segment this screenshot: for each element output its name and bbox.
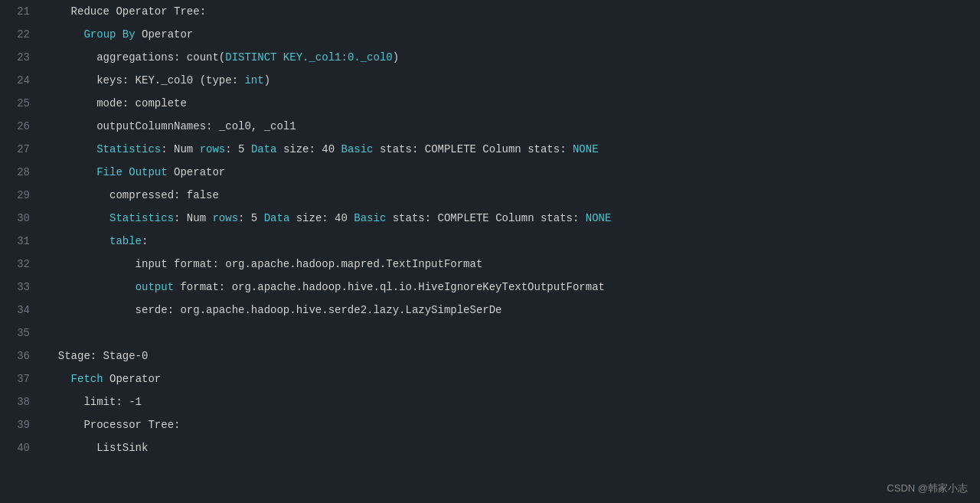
line-content: ListSink xyxy=(42,436,980,459)
line-content: mode: complete xyxy=(42,92,980,115)
code-token xyxy=(45,235,109,247)
code-line: 25 mode: complete xyxy=(0,92,980,115)
line-content: serde: org.apache.hadoop.hive.serde2.laz… xyxy=(42,299,980,322)
line-content: Processor Tree: xyxy=(42,413,980,436)
line-content: aggregations: count(DISTINCT KEY._col1:0… xyxy=(42,46,980,69)
line-number: 36 xyxy=(0,345,42,367)
line-content: Fetch Operator xyxy=(42,367,980,390)
code-token: int xyxy=(244,74,263,87)
code-line: 36 Stage: Stage-0 xyxy=(0,345,980,367)
code-token: NONE xyxy=(573,143,599,155)
code-token: Operator xyxy=(168,166,226,178)
code-line: 39 Processor Tree: xyxy=(0,413,980,436)
line-number: 22 xyxy=(0,23,42,46)
code-token: Data xyxy=(251,143,277,155)
code-line: 27 Statistics: Num rows: 5 Data size: 40… xyxy=(0,138,980,161)
code-token: Data xyxy=(264,212,290,224)
code-token: : 5 xyxy=(225,143,251,155)
code-token: Basic xyxy=(341,143,374,155)
code-token xyxy=(45,143,96,155)
code-line: 22 Group By Operator xyxy=(0,23,980,46)
code-token: input format: org.apache.hadoop.mapred.T… xyxy=(45,258,482,270)
code-line: 35 xyxy=(0,322,980,345)
line-content: limit: -1 xyxy=(42,390,980,413)
code-token: serde: org.apache.hadoop.hive.serde2.laz… xyxy=(45,304,502,316)
code-token: File Output xyxy=(96,166,167,178)
code-token: stats: COMPLETE Column stats: xyxy=(374,143,573,155)
code-line: 23 aggregations: count(DISTINCT KEY._col… xyxy=(0,46,980,69)
code-token: size: 40 xyxy=(289,212,354,224)
line-number: 21 xyxy=(0,0,42,23)
code-token xyxy=(45,373,71,385)
code-token: Fetch xyxy=(71,373,103,385)
code-token: Operator xyxy=(136,28,194,41)
line-content: output format: org.apache.hadoop.hive.ql… xyxy=(42,276,980,299)
code-token: ) xyxy=(393,51,399,64)
code-token xyxy=(45,281,136,293)
line-number: 25 xyxy=(0,92,42,115)
code-line: 26 outputColumnNames: _col0, _col1 xyxy=(0,115,980,138)
code-token: Reduce Operator Tree: xyxy=(45,5,206,18)
code-token: ) xyxy=(264,74,270,87)
line-number: 37 xyxy=(0,367,42,390)
line-number: 29 xyxy=(0,184,42,207)
line-number: 23 xyxy=(0,46,42,69)
line-number: 26 xyxy=(0,115,42,138)
code-line: 32 input format: org.apache.hadoop.mapre… xyxy=(0,253,980,276)
code-token: format: org.apache.hadoop.hive.ql.io.Hiv… xyxy=(174,281,605,293)
code-token: : xyxy=(142,235,148,247)
code-token: rows xyxy=(200,143,226,155)
line-content: compressed: false xyxy=(42,184,980,207)
code-line: 28 File Output Operator xyxy=(0,161,980,184)
code-line: 30 Statistics: Num rows: 5 Data size: 40… xyxy=(0,207,980,230)
code-line: 38 limit: -1 xyxy=(0,390,980,413)
code-token: ListSink xyxy=(45,442,148,454)
line-number: 35 xyxy=(0,322,42,345)
code-line: 34 serde: org.apache.hadoop.hive.serde2.… xyxy=(0,299,980,322)
code-token: limit: -1 xyxy=(45,396,142,408)
code-token: Statistics xyxy=(109,212,174,224)
line-content: File Output Operator xyxy=(42,161,980,184)
code-token: table xyxy=(109,235,142,247)
line-number: 38 xyxy=(0,390,42,413)
line-number: 40 xyxy=(0,436,42,459)
line-number: 34 xyxy=(0,299,42,322)
line-content: Reduce Operator Tree: xyxy=(42,0,980,23)
code-token xyxy=(45,166,96,178)
code-token: NONE xyxy=(586,212,612,224)
watermark: CSDN @韩家小志 xyxy=(887,482,968,495)
code-line: 33 output format: org.apache.hadoop.hive… xyxy=(0,276,980,299)
line-content: Statistics: Num rows: 5 Data size: 40 Ba… xyxy=(42,138,980,161)
code-token xyxy=(45,28,83,41)
code-token: mode: complete xyxy=(45,97,187,109)
line-content: Group By Operator xyxy=(42,23,980,46)
code-token: Operator xyxy=(103,373,162,385)
code-token: : 5 xyxy=(238,212,264,224)
code-token: output xyxy=(136,281,174,293)
code-token: outputColumnNames: _col0, _col1 xyxy=(45,120,296,132)
code-token: : Num xyxy=(174,212,212,224)
code-token: DISTINCT KEY._col1:0._col0 xyxy=(225,51,392,64)
code-line: 21 Reduce Operator Tree: xyxy=(0,0,980,23)
code-token: size: 40 xyxy=(276,143,341,155)
code-token: stats: COMPLETE Column stats: xyxy=(386,212,585,224)
code-token: Basic xyxy=(354,212,386,224)
line-content: table: xyxy=(42,230,980,253)
line-content: input format: org.apache.hadoop.mapred.T… xyxy=(42,253,980,276)
line-number: 32 xyxy=(0,253,42,276)
line-number: 33 xyxy=(0,276,42,299)
code-line: 31 table: xyxy=(0,230,980,253)
code-viewer: 21 Reduce Operator Tree:22 Group By Oper… xyxy=(0,0,980,503)
code-token: : Num xyxy=(161,143,199,155)
line-content: outputColumnNames: _col0, _col1 xyxy=(42,115,980,138)
code-line: 40 ListSink xyxy=(0,436,980,459)
code-line: 37 Fetch Operator xyxy=(0,367,980,390)
line-content: keys: KEY._col0 (type: int) xyxy=(42,69,980,92)
code-token: rows xyxy=(212,212,238,224)
line-number: 31 xyxy=(0,230,42,253)
code-line: 24 keys: KEY._col0 (type: int) xyxy=(0,69,980,92)
code-token: Statistics xyxy=(96,143,161,155)
line-content: Statistics: Num rows: 5 Data size: 40 Ba… xyxy=(42,207,980,230)
line-number: 24 xyxy=(0,69,42,92)
line-number: 27 xyxy=(0,138,42,161)
